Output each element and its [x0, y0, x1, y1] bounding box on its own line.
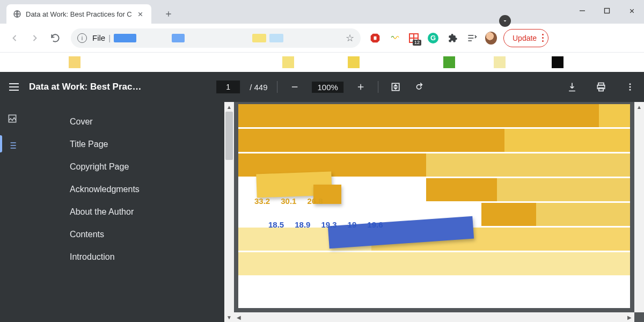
browser-tab[interactable]: Data at Work: Best Practices for C: [6, 4, 151, 24]
pdf-page-viewport[interactable]: 33.230.126.8 18.518.919.31919.6 ▲ ◀ ▶: [234, 102, 644, 322]
bookmark-item[interactable]: [282, 56, 294, 68]
zoom-out-button[interactable]: [288, 79, 303, 94]
close-window-button[interactable]: [619, 0, 644, 21]
outline-item[interactable]: Cover: [38, 111, 220, 133]
page-number-input[interactable]: 1: [216, 80, 240, 93]
outline-tab-icon[interactable]: [6, 140, 18, 151]
browser-toolbar: i File | ☆ 12 G Update: [0, 24, 644, 53]
back-button[interactable]: [5, 29, 24, 47]
pdf-outline-panel: CoverTitle PageCopyright PageAcknowledgm…: [25, 102, 224, 322]
active-tab-indicator: [0, 135, 2, 152]
bookmark-item[interactable]: [494, 56, 506, 68]
outline-item[interactable]: Acknowledgments: [38, 178, 220, 201]
bookmark-item[interactable]: [443, 56, 455, 68]
adblock-icon[interactable]: [369, 32, 381, 44]
pdf-side-tabs: [0, 102, 25, 322]
pdf-more-menu[interactable]: [623, 79, 638, 94]
extension-badge: 12: [413, 40, 421, 46]
print-button[interactable]: [594, 79, 609, 94]
zoom-in-button[interactable]: [353, 79, 368, 94]
close-icon[interactable]: [136, 10, 145, 18]
pdf-page: 33.230.126.8 18.518.919.31919.6: [238, 104, 630, 308]
pdf-viewer-body: CoverTitle PageCopyright PageAcknowledgm…: [0, 102, 644, 322]
globe-icon: [13, 10, 21, 18]
bookmarks-bar: [0, 53, 644, 72]
scroll-up-icon[interactable]: ▲: [224, 102, 234, 112]
extension-waffle-icon[interactable]: 12: [408, 32, 420, 44]
page-vertical-scrollbar[interactable]: ▲: [634, 102, 644, 312]
svg-point-9: [630, 86, 631, 88]
window-controls: [570, 0, 644, 21]
tab-search-button[interactable]: [499, 15, 511, 27]
pdf-sidebar-toggle[interactable]: [6, 79, 21, 94]
minimize-button[interactable]: [570, 0, 595, 21]
page-horizontal-scrollbar[interactable]: ◀ ▶: [234, 312, 634, 322]
pdf-toolbar: Data at Work: Best Prac… 1 / 449 100%: [0, 72, 644, 102]
maximize-button[interactable]: [595, 0, 619, 21]
cover-numbers-bottom: 18.518.919.31919.6: [268, 220, 383, 229]
tab-title: Data at Work: Best Practices for C: [26, 10, 132, 18]
bookmark-star-icon[interactable]: ☆: [346, 32, 354, 44]
outline-item[interactable]: Title Page: [38, 133, 220, 156]
tab-strip: Data at Work: Best Practices for C: [0, 0, 644, 24]
thumbnails-tab-icon[interactable]: [6, 113, 18, 125]
outline-item[interactable]: Introduction: [38, 246, 220, 268]
address-bar[interactable]: i File | ☆: [71, 28, 361, 48]
svg-point-8: [630, 83, 631, 85]
scrollbar-thumb[interactable]: [225, 112, 233, 160]
forward-button[interactable]: [26, 29, 44, 47]
bookmark-item[interactable]: [69, 56, 80, 68]
overflow-menu-icon[interactable]: [542, 34, 544, 42]
svg-point-10: [630, 89, 631, 91]
zoom-level[interactable]: 100%: [312, 82, 343, 93]
svg-rect-1: [605, 9, 610, 13]
bookmark-item[interactable]: [552, 56, 564, 68]
reload-button[interactable]: [46, 29, 64, 47]
extension-wave-icon[interactable]: [389, 32, 400, 44]
site-info-icon[interactable]: i: [77, 33, 87, 43]
cover-numbers-top: 33.230.126.8: [254, 196, 323, 206]
update-button[interactable]: Update: [503, 29, 548, 47]
pdf-document-title: Data at Work: Best Prac…: [29, 82, 141, 92]
bookmark-item[interactable]: [348, 56, 360, 68]
outline-item[interactable]: About the Author: [38, 201, 220, 223]
url-text: File |: [92, 33, 340, 42]
extensions-puzzle-icon[interactable]: [447, 32, 458, 44]
outline-scrollbar[interactable]: ▲ ▼: [224, 102, 234, 322]
rotate-button[interactable]: [413, 79, 428, 94]
extension-icons: 12 G: [369, 32, 497, 44]
profile-avatar[interactable]: [485, 32, 497, 44]
outline-item[interactable]: Contents: [38, 223, 220, 246]
new-tab-button[interactable]: [161, 6, 176, 21]
outline-item[interactable]: Copyright Page: [38, 156, 220, 178]
grammarly-icon[interactable]: G: [427, 32, 439, 44]
page-total-label: / 449: [250, 83, 267, 92]
reading-list-icon[interactable]: [466, 32, 478, 44]
download-button[interactable]: [565, 79, 580, 94]
scroll-down-icon[interactable]: ▼: [224, 312, 234, 322]
fit-page-button[interactable]: [388, 79, 403, 94]
svg-rect-3: [374, 36, 377, 40]
